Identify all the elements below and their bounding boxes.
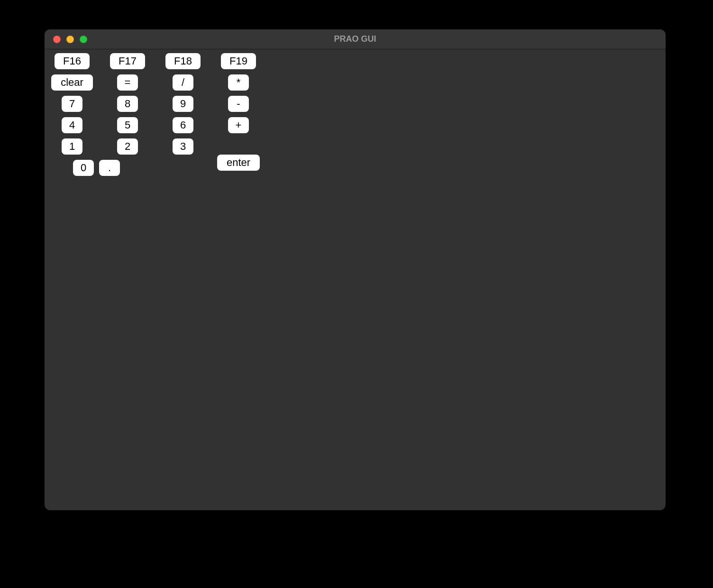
key-f16[interactable]: F16 — [55, 53, 90, 69]
key-7[interactable]: 7 — [62, 96, 82, 112]
traffic-lights — [45, 36, 87, 43]
key-6[interactable]: 6 — [173, 117, 193, 133]
keypad-row-ops1: clear = / * — [49, 74, 661, 91]
maximize-button[interactable] — [80, 36, 87, 43]
window-content: F16 F17 F18 F19 clear = / * 7 8 9 - 4 — [45, 49, 666, 180]
key-multiply[interactable]: * — [228, 74, 249, 91]
key-4[interactable]: 4 — [62, 117, 82, 133]
close-button[interactable] — [53, 36, 61, 43]
keypad-row-fkeys: F16 F17 F18 F19 — [49, 53, 661, 69]
window-title: PRAO GUI — [334, 34, 376, 44]
key-clear[interactable]: clear — [51, 74, 93, 91]
key-f18[interactable]: F18 — [165, 53, 201, 69]
app-window: PRAO GUI F16 F17 F18 F19 clear = / * 7 8… — [45, 29, 666, 510]
keypad: F16 F17 F18 F19 clear = / * 7 8 9 - 4 — [49, 53, 661, 176]
key-f19[interactable]: F19 — [221, 53, 256, 69]
title-bar: PRAO GUI — [45, 29, 666, 49]
keypad-row-789: 7 8 9 - — [49, 96, 661, 112]
key-8[interactable]: 8 — [117, 96, 138, 112]
key-enter[interactable]: enter — [217, 155, 260, 171]
key-9[interactable]: 9 — [173, 96, 193, 112]
key-f17[interactable]: F17 — [110, 53, 145, 69]
key-equals[interactable]: = — [117, 74, 138, 91]
key-5[interactable]: 5 — [117, 117, 138, 133]
keypad-row-123: 1 2 3 — [49, 138, 206, 155]
key-2[interactable]: 2 — [117, 138, 138, 155]
key-dot[interactable]: . — [99, 160, 120, 176]
key-divide[interactable]: / — [173, 74, 193, 91]
key-plus[interactable]: + — [228, 117, 249, 133]
keypad-row-456: 4 5 6 + — [49, 117, 661, 133]
keypad-row-bottom: 0 . — [73, 160, 206, 176]
key-1[interactable]: 1 — [62, 138, 82, 155]
key-3[interactable]: 3 — [173, 138, 193, 155]
key-0[interactable]: 0 — [73, 160, 94, 176]
minimize-button[interactable] — [66, 36, 74, 43]
key-minus[interactable]: - — [228, 96, 249, 112]
